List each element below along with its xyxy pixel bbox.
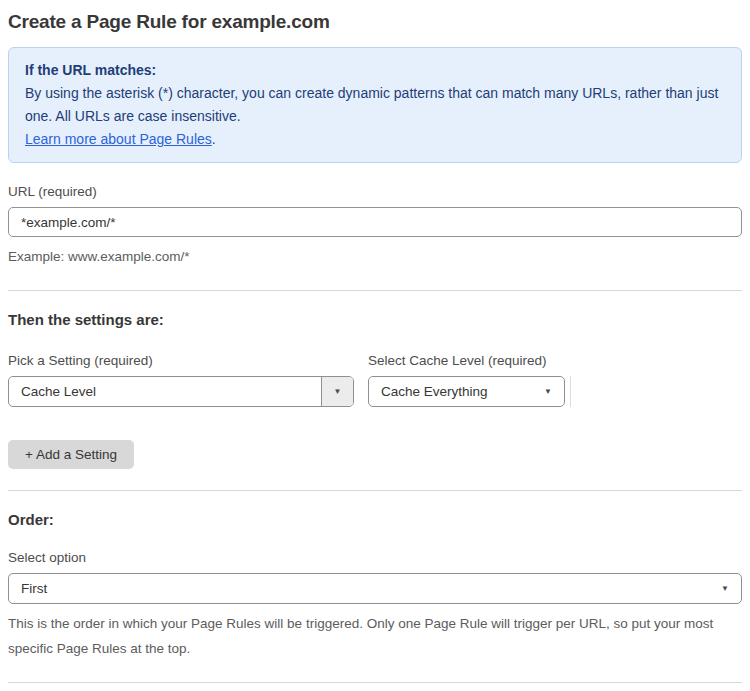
- settings-column-divider: [570, 376, 571, 407]
- cache-level-column: Select Cache Level (required) Cache Ever…: [368, 329, 565, 407]
- order-select-value: First: [9, 581, 47, 596]
- order-select[interactable]: First ▼: [8, 573, 742, 604]
- cache-level-dropdown[interactable]: Cache Everything ▼: [368, 376, 565, 407]
- url-example-helper: Example: www.example.com/*: [8, 244, 742, 269]
- chevron-down-icon: ▼: [334, 388, 342, 396]
- info-box-link-line: Learn more about Page Rules.: [25, 128, 725, 151]
- order-heading: Order:: [8, 511, 742, 529]
- settings-heading: Then the settings are:: [8, 311, 742, 329]
- url-match-info-box: If the URL matches: By using the asteris…: [8, 47, 742, 163]
- info-box-body: By using the asterisk (*) character, you…: [25, 82, 725, 128]
- cache-level-label: Select Cache Level (required): [368, 353, 565, 369]
- add-setting-button[interactable]: + Add a Setting: [8, 440, 134, 469]
- learn-more-link[interactable]: Learn more about Page Rules: [25, 131, 212, 147]
- cache-level-value: Cache Everything: [369, 384, 488, 399]
- chevron-down-icon: ▼: [721, 585, 729, 593]
- create-page-rule-form: Create a Page Rule for example.com If th…: [0, 0, 750, 691]
- setting-picker-arrow-box[interactable]: ▼: [321, 377, 353, 406]
- setting-picker-label: Pick a Setting (required): [8, 353, 354, 369]
- url-label: URL (required): [8, 184, 742, 200]
- order-select-label: Select option: [8, 550, 742, 566]
- order-helper-text: This is the order in which your Page Rul…: [8, 611, 738, 661]
- page-title: Create a Page Rule for example.com: [8, 11, 742, 33]
- url-input[interactable]: [8, 207, 742, 237]
- chevron-down-icon: ▼: [544, 388, 552, 396]
- link-suffix: .: [212, 131, 216, 147]
- divider-settings: [8, 290, 742, 291]
- info-box-heading: If the URL matches:: [25, 59, 725, 82]
- setting-picker-value: Cache Level: [9, 384, 96, 399]
- divider-order: [8, 490, 742, 491]
- divider-actions: [8, 682, 742, 683]
- settings-row: Pick a Setting (required) Cache Level ▼ …: [8, 329, 742, 407]
- setting-picker-column: Pick a Setting (required) Cache Level ▼: [8, 329, 354, 407]
- setting-picker-dropdown[interactable]: Cache Level ▼: [8, 376, 354, 407]
